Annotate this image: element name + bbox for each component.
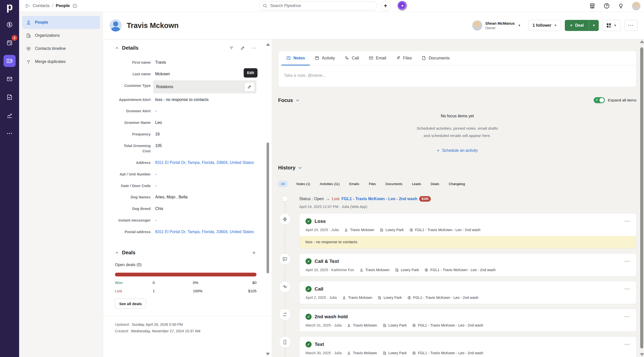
linked-deal[interactable]: FGL1 - Travis McKown - Leo - 2nd wash bbox=[412, 323, 483, 327]
activity-title[interactable]: Loss bbox=[315, 219, 326, 224]
tab-email[interactable]: Email bbox=[364, 51, 391, 65]
schedule-activity-link[interactable]: + Schedule an activity bbox=[437, 148, 478, 153]
postal-address-link[interactable]: 8311 El Portal Dr, Tampa, Florida, 33604… bbox=[155, 229, 256, 235]
tab-notes[interactable]: Notes bbox=[281, 51, 310, 65]
item-menu-button[interactable]: ··· bbox=[625, 342, 630, 347]
owner-selector[interactable]: Shean McManus Owner ▼ bbox=[472, 20, 521, 30]
add-deal-button[interactable]: + Deal bbox=[565, 20, 589, 31]
collapse-sidebar-button[interactable] bbox=[25, 3, 30, 9]
scroll-up-arrow[interactable] bbox=[266, 43, 270, 46]
tab-documents[interactable]: Documents bbox=[417, 51, 454, 65]
tab-call[interactable]: Call bbox=[340, 51, 364, 65]
field-value[interactable]: Mckown bbox=[155, 71, 256, 77]
sidebar-item-organizations[interactable]: Organizations bbox=[22, 29, 100, 42]
scroll-up-arrow[interactable] bbox=[640, 40, 644, 43]
tips-button[interactable] bbox=[618, 3, 624, 9]
field-value[interactable]: - bbox=[155, 108, 256, 114]
breadcrumb-section[interactable]: Contacts bbox=[33, 3, 50, 8]
item-menu-button[interactable]: ··· bbox=[625, 259, 630, 264]
linked-person[interactable]: Travis Mckown bbox=[344, 228, 374, 232]
linked-deal[interactable]: FGL1 - Travis McKown - Leo - 2nd wash bbox=[407, 296, 479, 300]
linked-org[interactable]: Lowry Park bbox=[383, 351, 407, 355]
campaigns-rail-button[interactable] bbox=[4, 91, 16, 103]
item-menu-button[interactable]: ··· bbox=[625, 314, 630, 319]
details-menu-button[interactable]: ··· bbox=[252, 46, 256, 50]
filter-deals[interactable]: Deals bbox=[430, 181, 440, 187]
filter-activities[interactable]: Activities (11) bbox=[319, 181, 340, 187]
linked-deal[interactable]: FGL1 - Travis McKown - Leo - 2nd wash bbox=[409, 228, 481, 232]
note-input[interactable]: Take a note, @name... bbox=[278, 65, 636, 87]
field-value[interactable]: 16 bbox=[155, 131, 256, 137]
scroll-down-arrow[interactable] bbox=[640, 353, 644, 356]
linked-deal[interactable]: FGL1 - Travis McKown - Leo - 2nd wash bbox=[412, 351, 483, 355]
field-value[interactable]: - bbox=[155, 183, 256, 189]
field-value[interactable]: Leo bbox=[155, 120, 256, 125]
see-all-deals-button[interactable]: See all deals bbox=[115, 299, 146, 309]
linked-org[interactable]: Lowry Park bbox=[395, 268, 419, 272]
linked-person[interactable]: Travis Mckown bbox=[347, 323, 377, 327]
edit-field-button[interactable] bbox=[244, 82, 255, 92]
filter-emails[interactable]: Emails bbox=[349, 181, 360, 187]
sidebar-item-people[interactable]: People bbox=[22, 16, 100, 29]
field-value-hovered[interactable]: Rotations Edit bbox=[153, 80, 256, 93]
more-actions-button[interactable]: ··· bbox=[624, 20, 637, 31]
tab-activity[interactable]: Activity bbox=[310, 51, 340, 65]
filter-leads[interactable]: Leads bbox=[411, 181, 421, 187]
tab-files[interactable]: Files bbox=[391, 51, 417, 65]
add-deal-dropdown[interactable]: ▼ bbox=[589, 20, 599, 31]
item-menu-button[interactable]: ··· bbox=[625, 287, 630, 291]
chevron-down-icon[interactable] bbox=[298, 166, 302, 170]
field-value[interactable]: Travis bbox=[155, 59, 256, 65]
deals-rail-button[interactable] bbox=[4, 19, 16, 31]
activities-rail-button[interactable]: 2 bbox=[4, 37, 16, 49]
filter-changelog[interactable]: Changelog bbox=[448, 181, 465, 187]
field-value[interactable]: - bbox=[155, 171, 256, 177]
collapse-deals-icon[interactable] bbox=[115, 251, 119, 255]
field-value[interactable]: Aries, Mojo , Bella bbox=[155, 194, 256, 200]
linked-person[interactable]: Travis Mckown bbox=[360, 268, 390, 272]
scrollbar-thumb[interactable] bbox=[640, 47, 643, 348]
help-button[interactable] bbox=[604, 3, 610, 9]
add-deal-plus-button[interactable] bbox=[251, 250, 256, 255]
page-scrollbar[interactable] bbox=[640, 40, 644, 356]
quick-add-button[interactable]: + bbox=[380, 1, 391, 11]
details-scrollbar[interactable] bbox=[266, 43, 270, 355]
linked-org[interactable]: Lowry Park bbox=[378, 296, 402, 300]
chevron-down-icon[interactable] bbox=[295, 98, 300, 102]
user-avatar[interactable] bbox=[632, 2, 640, 10]
filter-all[interactable]: All bbox=[278, 181, 287, 187]
field-value[interactable]: 105 bbox=[155, 143, 256, 149]
deal-link[interactable]: FGL1 - Travis McKown - Leo - 2nd wash bbox=[341, 197, 417, 201]
linked-org[interactable]: Lowry Park bbox=[380, 228, 404, 232]
ai-assistant-button[interactable]: ✦ bbox=[397, 1, 407, 11]
marketplace-button[interactable] bbox=[589, 3, 595, 9]
mail-rail-button[interactable] bbox=[4, 73, 16, 85]
expand-all-toggle[interactable] bbox=[594, 97, 605, 103]
info-icon[interactable] bbox=[72, 4, 77, 8]
linked-deal[interactable]: FGL1 - Travis McKown - Leo - 2nd wash bbox=[424, 268, 496, 272]
linked-org[interactable]: Lowry Park bbox=[383, 323, 407, 327]
item-menu-button[interactable]: ··· bbox=[625, 219, 630, 224]
field-value[interactable]: loss - no response to contacts bbox=[155, 97, 256, 102]
filter-fields-button[interactable] bbox=[229, 46, 234, 50]
filter-files[interactable]: Files bbox=[368, 181, 376, 187]
collapse-details-icon[interactable] bbox=[115, 46, 119, 50]
search-input[interactable] bbox=[259, 1, 377, 10]
sidebar-item-merge-duplicates[interactable]: Merge duplicates bbox=[22, 55, 100, 68]
edit-details-button[interactable] bbox=[240, 46, 245, 50]
activity-title[interactable]: 2nd wash hold bbox=[315, 314, 348, 319]
activity-title[interactable]: Call & Text bbox=[315, 259, 339, 264]
linked-person[interactable]: Travis Mckown bbox=[342, 296, 372, 300]
insights-rail-button[interactable] bbox=[4, 109, 16, 121]
more-rail-button[interactable] bbox=[4, 127, 16, 139]
followers-button[interactable]: 1 follower ▼ bbox=[528, 20, 561, 31]
filter-documents[interactable]: Documents bbox=[385, 181, 403, 187]
layout-switcher-button[interactable]: ▼ bbox=[602, 20, 621, 31]
field-value[interactable]: - bbox=[155, 217, 256, 223]
filter-notes[interactable]: Notes (1) bbox=[296, 181, 311, 187]
field-value[interactable]: Chis bbox=[155, 206, 256, 211]
linked-person[interactable]: Travis Mckown bbox=[347, 351, 377, 355]
pipedrive-logo[interactable]: p bbox=[6, 2, 13, 12]
contact-avatar[interactable] bbox=[110, 19, 122, 31]
scrollbar-thumb[interactable] bbox=[267, 142, 269, 273]
